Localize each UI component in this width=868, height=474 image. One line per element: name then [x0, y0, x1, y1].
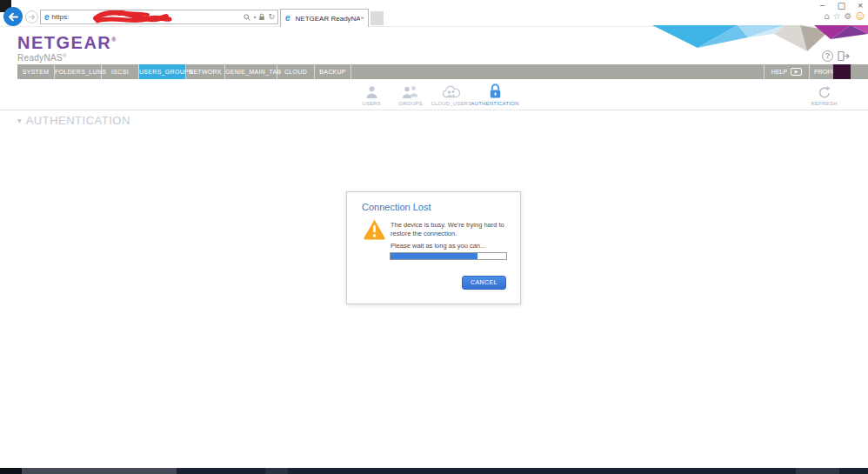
readynas-label: ReadyNAS®	[17, 53, 67, 63]
nav-tab-network[interactable]: NETWORK	[186, 64, 225, 79]
video-play-icon: ▶	[791, 68, 802, 76]
product-registered-mark: ®	[63, 53, 67, 58]
maximize-button[interactable]: □	[838, 1, 845, 11]
nav-tab-genie-main[interactable]: GENIE_MAIN_TAB	[225, 64, 277, 79]
toolbar-item-groups[interactable]: GROUPS	[391, 82, 430, 106]
minimize-button[interactable]: −	[820, 1, 825, 11]
groups-icon	[391, 82, 430, 99]
home-icon[interactable]: ⌂	[824, 12, 829, 21]
lock-icon	[469, 82, 521, 99]
nav-tab-users-groups[interactable]: USERS_GROUPS	[139, 64, 186, 79]
refresh-icon	[805, 82, 844, 99]
address-bar[interactable]: e https: ▾ ↻	[40, 10, 278, 24]
users-label: USERS	[352, 101, 391, 106]
tab-title: NETGEAR ReadyNAS	[296, 15, 361, 23]
progress-bar	[390, 252, 507, 260]
refresh-page-icon[interactable]: ↻	[268, 13, 275, 21]
forward-arrow-icon	[29, 14, 36, 20]
section-collapse-caret-icon[interactable]: ▼	[17, 117, 22, 124]
back-arrow-icon	[8, 12, 18, 22]
feedback-smiley-icon[interactable]: ☺	[856, 12, 865, 21]
nav-tab-backup[interactable]: BACKUP	[315, 64, 351, 79]
close-button[interactable]: ×	[858, 1, 863, 11]
nav-tab-iscsi[interactable]: ISCSI	[102, 64, 139, 79]
help-question-icon[interactable]: ?	[822, 50, 833, 62]
forward-button[interactable]	[25, 10, 38, 23]
warning-triangle-icon	[363, 218, 386, 240]
search-icon[interactable]	[244, 14, 250, 21]
tab-close-icon[interactable]: ×	[360, 15, 364, 22]
browser-tab[interactable]: e NETGEAR ReadyNAS ×	[280, 9, 369, 27]
new-tab-button[interactable]	[371, 11, 384, 25]
toolbar-item-authentication[interactable]: AUTHENTICATION	[469, 82, 521, 106]
refresh-label: REFRESH	[805, 101, 844, 106]
page-icon: e	[44, 13, 50, 22]
settings-gear-icon[interactable]: ⚙	[845, 12, 852, 21]
toolbar-item-users[interactable]: USERS	[352, 82, 391, 106]
favorites-icon[interactable]: ☆	[833, 12, 841, 21]
url-text: https:	[52, 13, 70, 21]
toolbar-item-refresh[interactable]: REFRESH	[805, 82, 844, 106]
taskbar-segment	[0, 468, 22, 474]
section-header[interactable]: ▼ AUTHENTICATION	[17, 114, 130, 127]
netgear-logo: NETGEAR®	[17, 33, 117, 53]
screen: e https: ▾ ↻ e NETGE	[0, 0, 868, 474]
brand-registered-mark: ®	[111, 37, 117, 43]
dialog-title: Connection Lost	[362, 202, 431, 212]
windows-taskbar[interactable]	[0, 468, 868, 474]
taskbar-clock-area	[796, 468, 839, 474]
section-title: AUTHENTICATION	[26, 114, 130, 127]
redaction-scribble	[93, 10, 173, 25]
users-icon	[352, 82, 391, 99]
sub-toolbar: USERS GROUPS	[0, 79, 868, 110]
tab-favicon: e	[285, 14, 290, 23]
dialog-message: The device is busy. We're trying hard to…	[391, 221, 505, 238]
back-button[interactable]	[3, 7, 23, 26]
nav-tab-cloud[interactable]: CLOUD	[277, 64, 315, 79]
taskbar-segment	[265, 468, 288, 474]
taskbar-active-app-segment[interactable]	[22, 468, 177, 474]
nav-tab-folders-luns[interactable]: FOLDERS_LUNS	[55, 64, 102, 79]
cancel-button[interactable]: CANCEL	[462, 276, 506, 290]
logout-icon[interactable]	[838, 50, 851, 62]
nav-help-button[interactable]: HELP ▶	[764, 64, 809, 79]
help-label: HELP	[771, 69, 787, 75]
nav-tab-system[interactable]: SYSTEM	[17, 64, 55, 79]
security-lock-icon	[258, 13, 265, 21]
nav-end-block	[833, 64, 851, 79]
progress-fill	[391, 253, 477, 259]
connection-lost-dialog: Connection Lost The device is busy. We'r…	[346, 191, 521, 304]
main-nav-bar: SYSTEM FOLDERS_LUNS ISCSI USERS_GROUPS N…	[17, 64, 868, 79]
dialog-wait-text: Please wait as long as you can...	[391, 242, 485, 250]
groups-label: GROUPS	[391, 101, 430, 106]
search-dropdown-caret[interactable]: ▾	[253, 14, 256, 20]
decorative-banner-graphic	[644, 23, 868, 53]
authentication-label: AUTHENTICATION	[469, 101, 521, 106]
